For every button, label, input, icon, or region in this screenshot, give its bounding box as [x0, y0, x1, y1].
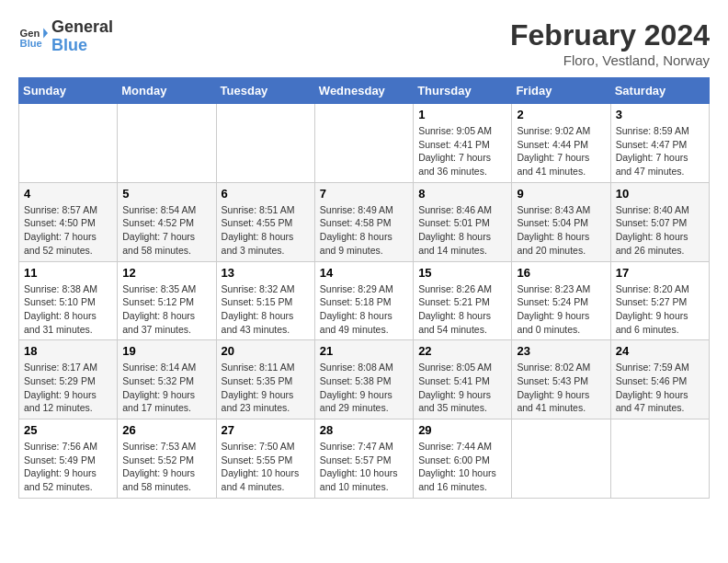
day-cell: [314, 104, 413, 183]
day-cell: 21Sunrise: 8:08 AM Sunset: 5:38 PM Dayli…: [314, 340, 413, 419]
day-cell: 6Sunrise: 8:51 AM Sunset: 4:55 PM Daylig…: [216, 182, 314, 261]
week-row-5: 25Sunrise: 7:56 AM Sunset: 5:49 PM Dayli…: [19, 419, 710, 499]
svg-text:Blue: Blue: [20, 38, 42, 49]
day-number: 22: [418, 344, 506, 358]
day-cell: [512, 419, 610, 499]
day-number: 25: [24, 423, 112, 437]
day-cell: 1Sunrise: 9:05 AM Sunset: 4:41 PM Daylig…: [414, 104, 512, 183]
day-cell: 13Sunrise: 8:32 AM Sunset: 5:15 PM Dayli…: [216, 261, 314, 340]
weekday-header-tuesday: Tuesday: [216, 78, 314, 104]
day-info: Sunrise: 8:29 AM Sunset: 5:18 PM Dayligh…: [320, 282, 408, 337]
logo: Gen Blue General Blue: [18, 18, 113, 55]
day-cell: 2Sunrise: 9:02 AM Sunset: 4:44 PM Daylig…: [512, 104, 610, 183]
day-number: 15: [418, 266, 506, 280]
day-cell: 29Sunrise: 7:44 AM Sunset: 6:00 PM Dayli…: [414, 419, 512, 499]
logo-line1: General: [51, 18, 113, 37]
day-cell: 18Sunrise: 8:17 AM Sunset: 5:29 PM Dayli…: [19, 340, 118, 419]
day-info: Sunrise: 8:49 AM Sunset: 4:58 PM Dayligh…: [320, 203, 408, 258]
day-info: Sunrise: 8:08 AM Sunset: 5:38 PM Dayligh…: [320, 361, 408, 415]
day-info: Sunrise: 9:05 AM Sunset: 4:41 PM Dayligh…: [418, 124, 506, 178]
weekday-header-wednesday: Wednesday: [314, 78, 413, 104]
day-cell: 24Sunrise: 7:59 AM Sunset: 5:46 PM Dayli…: [610, 340, 709, 419]
week-row-1: 1Sunrise: 9:05 AM Sunset: 4:41 PM Daylig…: [19, 104, 710, 183]
day-number: 2: [517, 108, 605, 121]
weekday-header-sunday: Sunday: [19, 78, 118, 104]
weekday-header-saturday: Saturday: [610, 78, 709, 104]
day-info: Sunrise: 8:11 AM Sunset: 5:35 PM Dayligh…: [222, 361, 310, 415]
day-cell: 17Sunrise: 8:20 AM Sunset: 5:27 PM Dayli…: [610, 261, 709, 340]
day-number: 8: [418, 187, 506, 201]
day-info: Sunrise: 8:54 AM Sunset: 4:52 PM Dayligh…: [122, 203, 210, 258]
logo-icon: Gen Blue: [18, 22, 48, 52]
day-info: Sunrise: 8:59 AM Sunset: 4:47 PM Dayligh…: [616, 124, 704, 178]
day-cell: 27Sunrise: 7:50 AM Sunset: 5:55 PM Dayli…: [216, 419, 314, 499]
day-info: Sunrise: 8:02 AM Sunset: 5:43 PM Dayligh…: [517, 361, 605, 415]
day-cell: 12Sunrise: 8:35 AM Sunset: 5:12 PM Dayli…: [118, 261, 216, 340]
day-info: Sunrise: 8:32 AM Sunset: 5:15 PM Dayligh…: [222, 282, 310, 337]
day-info: Sunrise: 8:35 AM Sunset: 5:12 PM Dayligh…: [122, 282, 210, 337]
day-number: 18: [24, 344, 112, 358]
day-info: Sunrise: 8:17 AM Sunset: 5:29 PM Dayligh…: [24, 361, 112, 415]
calendar-title-area: February 2024 Floro, Vestland, Norway: [510, 18, 710, 68]
day-info: Sunrise: 8:05 AM Sunset: 5:41 PM Dayligh…: [418, 361, 506, 415]
day-cell: [610, 419, 709, 499]
day-number: 23: [517, 344, 605, 358]
day-cell: 9Sunrise: 8:43 AM Sunset: 5:04 PM Daylig…: [512, 182, 610, 261]
day-number: 13: [222, 266, 310, 280]
day-cell: 28Sunrise: 7:47 AM Sunset: 5:57 PM Dayli…: [314, 419, 413, 499]
day-cell: 22Sunrise: 8:05 AM Sunset: 5:41 PM Dayli…: [414, 340, 512, 419]
day-cell: 3Sunrise: 8:59 AM Sunset: 4:47 PM Daylig…: [610, 104, 709, 183]
day-number: 21: [320, 344, 408, 358]
day-number: 12: [122, 266, 210, 280]
day-cell: 25Sunrise: 7:56 AM Sunset: 5:49 PM Dayli…: [19, 419, 118, 499]
day-cell: 11Sunrise: 8:38 AM Sunset: 5:10 PM Dayli…: [19, 261, 118, 340]
day-number: 14: [320, 266, 408, 280]
day-number: 9: [517, 187, 605, 201]
day-cell: [19, 104, 118, 183]
day-info: Sunrise: 8:40 AM Sunset: 5:07 PM Dayligh…: [616, 203, 704, 258]
day-cell: 26Sunrise: 7:53 AM Sunset: 5:52 PM Dayli…: [118, 419, 216, 499]
day-info: Sunrise: 8:26 AM Sunset: 5:21 PM Dayligh…: [418, 282, 506, 337]
day-info: Sunrise: 7:53 AM Sunset: 5:52 PM Dayligh…: [122, 440, 210, 494]
day-cell: 20Sunrise: 8:11 AM Sunset: 5:35 PM Dayli…: [216, 340, 314, 419]
day-info: Sunrise: 8:20 AM Sunset: 5:27 PM Dayligh…: [616, 282, 704, 337]
week-row-2: 4Sunrise: 8:57 AM Sunset: 4:50 PM Daylig…: [19, 182, 710, 261]
week-row-4: 18Sunrise: 8:17 AM Sunset: 5:29 PM Dayli…: [19, 340, 710, 419]
day-number: 7: [320, 187, 408, 201]
calendar-subtitle: Floro, Vestland, Norway: [510, 52, 710, 68]
day-cell: [118, 104, 216, 183]
weekday-header-thursday: Thursday: [414, 78, 512, 104]
day-number: 19: [122, 344, 210, 358]
day-info: Sunrise: 8:57 AM Sunset: 4:50 PM Dayligh…: [24, 203, 112, 258]
day-number: 24: [616, 344, 704, 358]
day-number: 27: [222, 423, 310, 437]
day-info: Sunrise: 7:59 AM Sunset: 5:46 PM Dayligh…: [616, 361, 704, 415]
calendar-title: February 2024: [510, 18, 710, 52]
day-cell: 8Sunrise: 8:46 AM Sunset: 5:01 PM Daylig…: [414, 182, 512, 261]
day-cell: 16Sunrise: 8:23 AM Sunset: 5:24 PM Dayli…: [512, 261, 610, 340]
day-cell: 15Sunrise: 8:26 AM Sunset: 5:21 PM Dayli…: [414, 261, 512, 340]
day-number: 1: [418, 108, 506, 121]
day-number: 4: [24, 187, 112, 201]
weekday-header-row: SundayMondayTuesdayWednesdayThursdayFrid…: [19, 78, 710, 104]
day-info: Sunrise: 9:02 AM Sunset: 4:44 PM Dayligh…: [517, 124, 605, 178]
day-number: 3: [616, 108, 704, 121]
day-number: 29: [418, 423, 506, 437]
day-number: 16: [517, 266, 605, 280]
day-number: 11: [24, 266, 112, 280]
day-info: Sunrise: 7:56 AM Sunset: 5:49 PM Dayligh…: [24, 440, 112, 494]
day-number: 5: [122, 187, 210, 201]
day-cell: 10Sunrise: 8:40 AM Sunset: 5:07 PM Dayli…: [610, 182, 709, 261]
day-number: 17: [616, 266, 704, 280]
day-number: 10: [616, 187, 704, 201]
day-number: 26: [122, 423, 210, 437]
weekday-header-monday: Monday: [118, 78, 216, 104]
day-number: 20: [222, 344, 310, 358]
day-number: 28: [320, 423, 408, 437]
page-header: Gen Blue General Blue February 2024 Flor…: [18, 18, 710, 68]
day-cell: [216, 104, 314, 183]
day-info: Sunrise: 7:47 AM Sunset: 5:57 PM Dayligh…: [320, 440, 408, 494]
day-info: Sunrise: 8:51 AM Sunset: 4:55 PM Dayligh…: [222, 203, 310, 258]
day-info: Sunrise: 8:23 AM Sunset: 5:24 PM Dayligh…: [517, 282, 605, 337]
day-info: Sunrise: 8:14 AM Sunset: 5:32 PM Dayligh…: [122, 361, 210, 415]
